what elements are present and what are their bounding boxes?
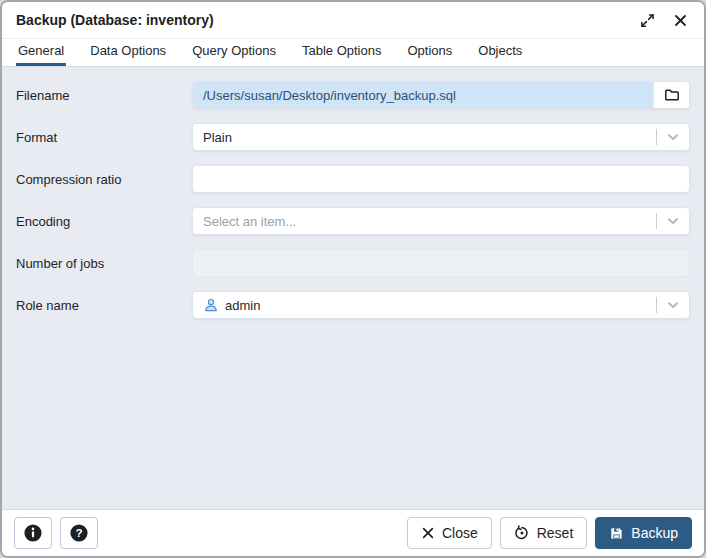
reset-icon: [514, 525, 530, 541]
folder-icon: [664, 87, 680, 103]
format-label: Format: [16, 130, 192, 145]
info-icon: [23, 523, 43, 543]
user-icon: [203, 297, 219, 313]
chevron-down-icon: [666, 214, 680, 228]
filename-field-group: [192, 81, 690, 109]
encoding-row: Encoding Select an item...: [16, 207, 690, 235]
save-icon: [609, 526, 624, 541]
close-button-label: Close: [442, 525, 478, 541]
compression-ratio-input[interactable]: [192, 165, 690, 193]
close-window-button[interactable]: [671, 11, 690, 30]
help-icon: ?: [69, 523, 89, 543]
format-row: Format Plain: [16, 123, 690, 151]
info-button[interactable]: [14, 517, 52, 549]
tab-data-options[interactable]: Data Options: [88, 39, 168, 66]
backup-button-label: Backup: [631, 525, 678, 541]
role-name-row: Role name admin: [16, 291, 690, 319]
reset-button[interactable]: Reset: [500, 517, 588, 549]
tab-general[interactable]: General: [16, 39, 66, 66]
number-of-jobs-input: [192, 249, 690, 277]
close-icon: [673, 13, 688, 28]
encoding-label: Encoding: [16, 214, 192, 229]
help-button[interactable]: ?: [60, 517, 98, 549]
filename-input[interactable]: [193, 82, 653, 108]
filename-label: Filename: [16, 88, 192, 103]
encoding-placeholder: Select an item...: [203, 214, 656, 229]
dialog-body: Filename Format Plain: [2, 67, 704, 509]
filename-row: Filename: [16, 81, 690, 109]
chevron-down-icon: [666, 298, 680, 312]
compression-ratio-row: Compression ratio: [16, 165, 690, 193]
number-of-jobs-row: Number of jobs: [16, 249, 690, 277]
role-name-label: Role name: [16, 298, 192, 313]
tab-bar: General Data Options Query Options Table…: [2, 39, 704, 67]
x-icon: [421, 526, 435, 540]
role-name-selected-value: admin: [225, 298, 260, 313]
reset-button-label: Reset: [537, 525, 574, 541]
close-button[interactable]: Close: [407, 517, 492, 549]
tab-options[interactable]: Options: [405, 39, 454, 66]
encoding-select[interactable]: Select an item...: [192, 207, 690, 235]
number-of-jobs-label: Number of jobs: [16, 256, 192, 271]
backup-dialog: Backup (Database: inventory) General Dat…: [0, 0, 706, 558]
expand-window-button[interactable]: [638, 11, 657, 30]
role-name-select[interactable]: admin: [192, 291, 690, 319]
chevron-down-icon: [666, 130, 680, 144]
tab-table-options[interactable]: Table Options: [300, 39, 384, 66]
backup-button[interactable]: Backup: [595, 517, 692, 549]
dialog-title: Backup (Database: inventory): [16, 12, 214, 28]
window-controls: [638, 11, 690, 30]
expand-icon: [640, 13, 655, 28]
browse-file-button[interactable]: [653, 82, 689, 108]
title-bar: Backup (Database: inventory): [2, 2, 704, 39]
compression-ratio-label: Compression ratio: [16, 172, 192, 187]
format-selected-value: Plain: [203, 130, 656, 145]
footer-bar: ? Close Reset: [2, 509, 704, 556]
tab-objects[interactable]: Objects: [476, 39, 524, 66]
tab-query-options[interactable]: Query Options: [190, 39, 278, 66]
svg-text:?: ?: [75, 527, 82, 539]
format-select[interactable]: Plain: [192, 123, 690, 151]
